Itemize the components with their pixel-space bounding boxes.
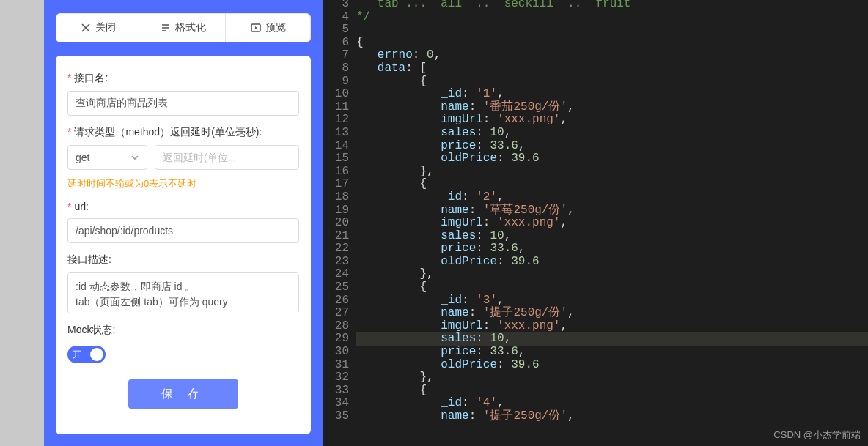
code-line: _id: '4', [356,397,868,410]
code-line: imgUrl: 'xxx.png', [356,320,868,333]
code-line: _id: '3', [356,294,868,308]
line-number: 10 [323,88,349,101]
preview-label: 预览 [265,21,286,34]
line-number: 21 [323,230,349,243]
code-line: { [356,384,868,398]
line-number: 27 [323,307,349,320]
line-gutter: 3456789101112131415161718192021222324252… [323,0,356,423]
line-number: 15 [323,152,349,166]
delay-hint: 延时时间不输或为0表示不延时 [67,177,299,190]
code-line: { [356,178,868,191]
line-number: 14 [323,140,349,153]
switch-on-text: 开 [73,349,81,361]
url-input[interactable] [67,218,299,243]
line-number: 7 [323,49,349,62]
play-icon [251,23,261,33]
line-number: 30 [323,346,349,359]
line-number: 34 [323,397,349,410]
line-number: 16 [323,166,349,179]
list-icon [161,23,171,33]
line-number: 9 [323,75,349,89]
save-button[interactable]: 保 存 [128,379,238,409]
code-line: }, [356,371,868,384]
code-line: sales: 10, [356,230,868,243]
line-number: 22 [323,242,349,256]
format-label: 格式化 [175,21,206,34]
code-line: { [356,281,868,294]
line-number: 32 [323,371,349,384]
close-button[interactable]: 关闭 [56,14,141,42]
line-number: 5 [323,23,349,37]
code-line: name: '提子250g/份', [356,410,868,423]
code-line: oldPrice: 39.6 [356,256,868,269]
method-select[interactable]: get [67,145,147,170]
line-number: 28 [323,320,349,333]
switch-knob [90,348,103,361]
api-name-input[interactable] [67,91,299,116]
watermark: CSDN @小杰学前端 [773,428,861,442]
code-body: tab ... all .. seckill .. fruit*/{ errno… [356,0,868,423]
desc-textarea[interactable] [67,272,299,313]
left-gray-strip [0,0,44,446]
line-number: 26 [323,294,349,308]
code-editor[interactable]: 3456789101112131415161718192021222324252… [323,0,868,446]
api-name-label: 接口名: [67,72,299,85]
toolbar: 关闭 格式化 预览 [56,13,311,42]
code-line: { [356,75,868,89]
code-line: name: '草莓250g/份', [356,204,868,218]
line-number: 13 [323,127,349,140]
code-line: name: '番茄250g/份', [356,101,868,114]
line-number: 35 [323,410,349,423]
line-number: 20 [323,217,349,230]
code-line: oldPrice: 39.6 [356,152,868,166]
line-number: 18 [323,191,349,204]
chevron-down-icon [130,153,139,162]
code-line: sales: 10, [356,332,868,346]
desc-label: 接口描述: [67,253,299,267]
code-line: price: 33.6, [356,346,868,359]
code-line: price: 33.6, [356,242,868,256]
line-number: 8 [323,62,349,75]
code-line: tab ... all .. seckill .. fruit [356,0,868,11]
delay-input[interactable] [155,145,299,170]
mock-status-label: Mock状态: [67,324,299,337]
code-line: imgUrl: 'xxx.png', [356,217,868,230]
code-line: price: 33.6, [356,140,868,153]
line-number: 3 [323,0,349,11]
line-number: 12 [323,114,349,127]
line-number: 19 [323,204,349,218]
code-line: errno: 0, [356,49,868,62]
line-number: 24 [323,268,349,281]
line-number: 4 [323,11,349,24]
code-line: data: [ [356,62,868,75]
preview-button[interactable]: 预览 [225,14,310,42]
line-number: 17 [323,178,349,191]
code-line: imgUrl: 'xxx.png', [356,114,868,127]
code-line: { [356,37,868,50]
code-line: _id: '1', [356,88,868,101]
url-label: url: [67,201,299,212]
code-line: }, [356,166,868,179]
line-number: 23 [323,256,349,269]
form-panel: 关闭 格式化 预览 接口名: 请求类型（method）返回延时(单位毫秒): g… [44,0,323,446]
line-number: 33 [323,384,349,398]
method-label: 请求类型（method）返回延时(单位毫秒): [67,126,299,139]
close-label: 关闭 [95,21,116,34]
line-number: 25 [323,281,349,294]
code-line: oldPrice: 39.6 [356,359,868,372]
code-line: name: '提子250g/份', [356,307,868,320]
code-line: _id: '2', [356,191,868,204]
code-line: sales: 10, [356,127,868,140]
line-number: 29 [323,332,349,346]
code-line: }, [356,268,868,281]
line-number: 6 [323,37,349,50]
line-number: 31 [323,359,349,372]
form-card: 接口名: 请求类型（method）返回延时(单位毫秒): get 延时时间不输或… [56,56,311,434]
close-icon [81,23,91,33]
mock-switch[interactable]: 开 [67,346,106,363]
code-line: */ [356,11,868,24]
code-line [356,23,868,37]
format-button[interactable]: 格式化 [141,14,226,42]
method-value: get [76,152,89,163]
line-number: 11 [323,101,349,114]
